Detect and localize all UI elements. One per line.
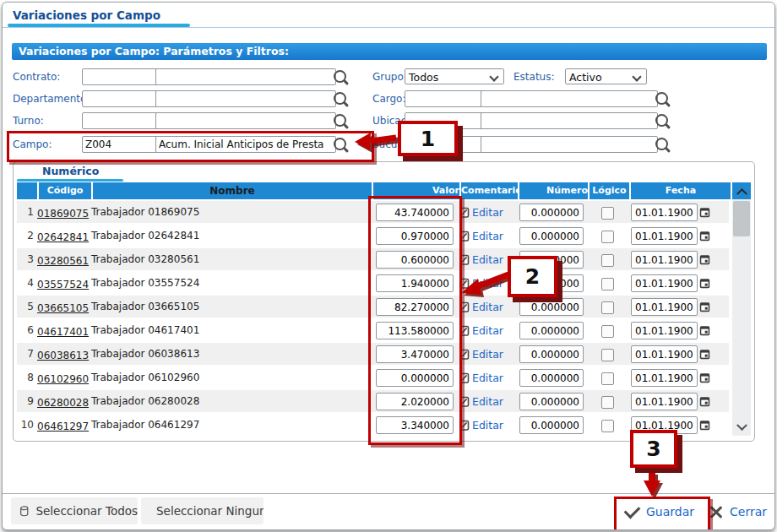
valor-input[interactable]: 3.470000 (376, 345, 454, 363)
valor-input[interactable]: 1.940000 (376, 274, 454, 292)
editar-link[interactable]: Editar (472, 277, 503, 290)
grupo-select[interactable]: Todos (405, 68, 504, 84)
numero-input[interactable]: 0.000000 (519, 298, 584, 316)
employee-code-link[interactable]: 04617401 (37, 326, 89, 338)
turno-code-input[interactable] (82, 112, 160, 129)
select-all-button[interactable]: Seleccionar Todos (11, 497, 138, 524)
contrato-name-input[interactable] (155, 68, 336, 85)
employee-code-link[interactable]: 06280028 (37, 397, 89, 409)
edit-note-icon[interactable] (459, 301, 470, 312)
logico-checkbox[interactable] (601, 420, 614, 432)
calendar-icon[interactable] (699, 396, 710, 407)
logico-checkbox[interactable] (601, 349, 614, 361)
edit-note-icon[interactable] (459, 349, 470, 360)
editar-link[interactable]: Editar (472, 419, 503, 432)
calendar-icon[interactable] (699, 372, 710, 383)
employee-code-link[interactable]: 01869075 (37, 208, 89, 220)
departamento-code-input[interactable] (82, 90, 160, 107)
editar-link[interactable]: Editar (472, 230, 503, 242)
edit-note-icon[interactable] (459, 372, 470, 383)
editar-link[interactable]: Editar (472, 372, 503, 384)
scrollbar-thumb[interactable] (733, 201, 750, 236)
calendar-icon[interactable] (699, 420, 710, 431)
edit-note-icon[interactable] (459, 254, 470, 265)
calendar-icon[interactable] (699, 231, 710, 242)
scroll-up-icon[interactable] (732, 182, 751, 199)
edit-note-icon[interactable] (459, 231, 470, 242)
edit-note-icon[interactable] (459, 278, 470, 289)
fecha-input[interactable]: 01.01.1900 (631, 227, 698, 245)
edit-note-icon[interactable] (459, 325, 470, 336)
numero-input[interactable]: 0.000000 (519, 345, 584, 363)
ubicacion-name-input[interactable] (481, 112, 658, 129)
employee-code-link[interactable]: 03280561 (37, 255, 89, 267)
tab-numerico[interactable]: Numérico (42, 165, 99, 177)
logico-checkbox[interactable] (601, 301, 614, 314)
numero-input[interactable]: 0.000000 (519, 369, 584, 387)
scroll-down-icon[interactable] (732, 421, 751, 434)
fecha-input[interactable]: 01.01.1900 (631, 345, 698, 363)
logico-checkbox[interactable] (601, 254, 614, 267)
logico-checkbox[interactable] (601, 278, 614, 290)
cerrar-button[interactable]: Cerrar (709, 499, 767, 524)
edit-note-icon[interactable] (459, 207, 470, 218)
estatus-select[interactable]: Activo (565, 68, 647, 84)
valor-input[interactable]: 0.970000 (376, 227, 454, 245)
campo-code-input[interactable]: Z004 (82, 136, 160, 153)
valor-input[interactable]: 2.020000 (376, 393, 454, 410)
campo-name-input[interactable]: Acum. Inicial Anticipos de Presta (155, 136, 336, 153)
vertical-scrollbar[interactable] (732, 182, 751, 436)
editar-link[interactable]: Editar (472, 301, 503, 313)
cargo-code-input[interactable] (405, 90, 484, 107)
edit-note-icon[interactable] (459, 396, 470, 407)
edit-note-icon[interactable] (459, 420, 470, 431)
logico-checkbox[interactable] (601, 231, 614, 243)
valor-input[interactable]: 113.580000 (376, 322, 454, 339)
campo-search-icon[interactable] (334, 138, 346, 150)
valor-input[interactable]: 43.740000 (376, 204, 454, 221)
logico-checkbox[interactable] (601, 325, 614, 338)
cargo-search-icon[interactable] (655, 92, 668, 105)
employee-code-link[interactable]: 03557524 (37, 279, 89, 290)
fecha-input[interactable]: 01.01.1900 (631, 393, 698, 410)
valor-input[interactable]: 3.340000 (376, 416, 454, 434)
numero-input[interactable]: 0.000000 (519, 227, 584, 245)
sucursal-search-icon[interactable] (655, 138, 668, 150)
select-none-button[interactable]: Seleccionar Ninguno (141, 497, 264, 524)
numero-input[interactable]: 0.000000 (519, 322, 584, 339)
editar-link[interactable]: Editar (472, 253, 503, 266)
cargo-name-input[interactable] (481, 90, 658, 107)
contrato-search-icon[interactable] (334, 70, 346, 83)
numero-input[interactable]: 0.000000 (519, 416, 584, 434)
numero-input[interactable]: 0.000000 (519, 204, 584, 221)
fecha-input[interactable]: 01.01.1900 (631, 322, 698, 339)
valor-input[interactable]: 0.600000 (376, 251, 454, 269)
ubicacion-search-icon[interactable] (655, 114, 668, 127)
turno-name-input[interactable] (155, 112, 336, 129)
calendar-icon[interactable] (699, 207, 710, 218)
numero-input[interactable]: 0.000000 (519, 393, 584, 410)
valor-input[interactable]: 0.000000 (376, 369, 454, 387)
employee-code-link[interactable]: 06038613 (37, 350, 89, 361)
fecha-input[interactable]: 01.01.1900 (631, 251, 698, 269)
calendar-icon[interactable] (699, 325, 710, 336)
editar-link[interactable]: Editar (472, 324, 503, 337)
valor-input[interactable]: 82.270000 (376, 298, 454, 316)
departamento-name-input[interactable] (155, 90, 336, 107)
tab-variaciones-por-campo[interactable]: Variaciones por Campo (13, 8, 160, 22)
editar-link[interactable]: Editar (472, 348, 503, 361)
logico-checkbox[interactable] (601, 372, 614, 385)
calendar-icon[interactable] (699, 254, 710, 265)
employee-code-link[interactable]: 02642841 (37, 231, 89, 243)
logico-checkbox[interactable] (601, 207, 614, 220)
fecha-input[interactable]: 01.01.1900 (631, 369, 698, 387)
editar-link[interactable]: Editar (472, 206, 503, 219)
fecha-input[interactable]: 01.01.1900 (631, 274, 698, 292)
fecha-input[interactable]: 01.01.1900 (631, 298, 698, 316)
editar-link[interactable]: Editar (472, 395, 503, 408)
employee-code-link[interactable]: 06102960 (37, 373, 89, 385)
logico-checkbox[interactable] (601, 396, 614, 409)
calendar-icon[interactable] (699, 301, 710, 312)
turno-search-icon[interactable] (334, 114, 346, 127)
sucursal-name-input[interactable] (481, 136, 658, 153)
